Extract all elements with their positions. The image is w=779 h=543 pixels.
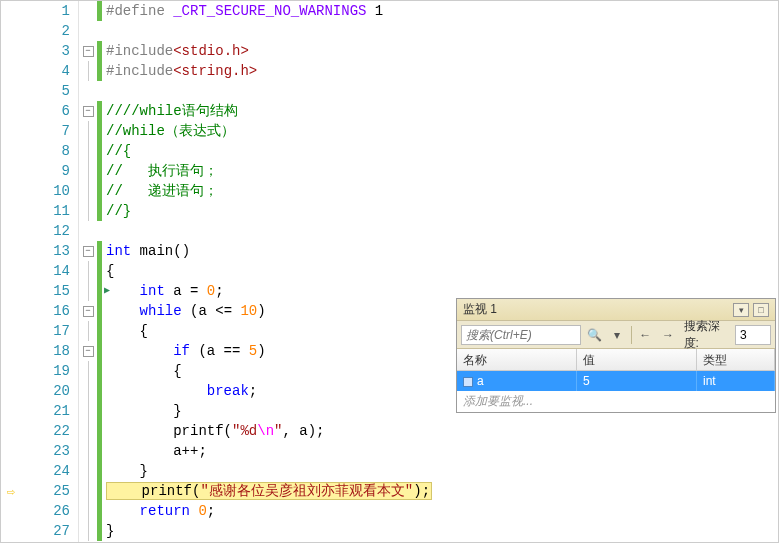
fold-gutter[interactable]: − − − − − (79, 1, 97, 542)
code-token: 0 (207, 283, 215, 299)
code-token: 0 (190, 503, 207, 519)
watch-grid[interactable]: 名称 值 类型 a 5 int 添加要监视... (457, 349, 775, 412)
code-token: #include (106, 43, 173, 59)
nav-back-icon[interactable]: ← (636, 325, 655, 345)
code-token: 5 (249, 343, 257, 359)
code-text-area[interactable]: #define _CRT_SECURE_NO_WARNINGS 1 #inclu… (102, 1, 778, 542)
code-comment: // 执行语句； (106, 163, 218, 179)
fold-toggle-icon[interactable]: − (83, 46, 94, 57)
fold-toggle-icon[interactable]: − (83, 306, 94, 317)
code-token: return (106, 503, 190, 519)
code-token: ; (207, 503, 215, 519)
search-icon[interactable]: 🔍 (585, 325, 604, 345)
code-token: { (106, 363, 182, 379)
depth-label: 搜索深度: (684, 318, 727, 352)
code-token: } (106, 463, 148, 479)
execution-pointer-icon: ⇨ (7, 483, 15, 500)
code-token: main() (131, 243, 190, 259)
code-token: if (106, 343, 190, 359)
col-type[interactable]: 类型 (697, 349, 775, 370)
col-name[interactable]: 名称 (457, 349, 577, 370)
code-token: ; (215, 283, 223, 299)
code-token: "感谢各位吴彦祖刘亦菲观看本文" (200, 483, 413, 499)
nav-forward-icon[interactable]: → (659, 325, 678, 345)
fold-toggle-icon[interactable]: − (83, 106, 94, 117)
code-token: printf( (108, 483, 200, 499)
code-comment: //{ (106, 143, 131, 159)
watch-panel: 监视 1 ▾ □ 🔍 ▾ ← → 搜索深度: 名称 值 类型 a 5 int 添… (456, 298, 776, 413)
fold-toggle-icon[interactable]: − (83, 346, 94, 357)
code-token: } (106, 523, 114, 539)
code-token: ) (257, 303, 265, 319)
code-comment: // 递进语句； (106, 183, 218, 199)
watch-toolbar: 🔍 ▾ ← → 搜索深度: (457, 321, 775, 349)
code-token: (a <= (182, 303, 241, 319)
var-name: a (477, 374, 484, 388)
col-value[interactable]: 值 (577, 349, 697, 370)
code-token: { (106, 323, 148, 339)
depth-input[interactable] (735, 325, 771, 345)
code-token: \n (257, 423, 274, 439)
code-token: _CRT_SECURE_NO_WARNINGS (173, 3, 366, 19)
code-token: printf( (106, 423, 232, 439)
code-comment: ////while语句结构 (106, 103, 238, 119)
code-comment: //} (106, 203, 131, 219)
watch-search-input[interactable] (461, 325, 581, 345)
watch-add-hint[interactable]: 添加要监视... (457, 391, 775, 412)
code-token: <stdio.h> (173, 43, 249, 59)
step-cursor-icon: ▶ (104, 281, 110, 301)
code-token: ); (413, 483, 430, 499)
watch-titlebar[interactable]: 监视 1 ▾ □ (457, 299, 775, 321)
watch-row[interactable]: a 5 int (457, 371, 775, 391)
code-token: <string.h> (173, 63, 257, 79)
code-comment: //while（表达式） (106, 123, 235, 139)
breakpoint-margin[interactable]: ⇨ (1, 1, 21, 542)
line-number-gutter[interactable]: 1234 5678 9101112 13141516 17181920 2122… (21, 1, 79, 542)
code-token: ) (257, 343, 265, 359)
code-editor: ⇨ 1234 5678 9101112 13141516 17181920 21… (0, 0, 779, 543)
fold-toggle-icon[interactable]: − (83, 246, 94, 257)
code-token: a++; (106, 443, 207, 459)
code-token: a = (165, 283, 207, 299)
code-token: } (106, 403, 182, 419)
variable-icon (463, 377, 473, 387)
code-token: 1 (366, 3, 383, 19)
chevron-down-icon[interactable]: ▾ (608, 325, 627, 345)
code-token: "%d (232, 423, 257, 439)
watch-header-row: 名称 值 类型 (457, 349, 775, 371)
code-token: #define (106, 3, 173, 19)
var-type: int (697, 371, 775, 391)
code-token: while (106, 303, 182, 319)
code-token: ; (249, 383, 257, 399)
code-token: break (106, 383, 249, 399)
code-token: , a); (282, 423, 324, 439)
pin-icon[interactable]: □ (753, 303, 769, 317)
code-token: { (106, 263, 114, 279)
code-token: #include (106, 63, 173, 79)
dropdown-icon[interactable]: ▾ (733, 303, 749, 317)
code-token: 10 (240, 303, 257, 319)
watch-title: 监视 1 (463, 301, 733, 318)
var-value: 5 (577, 371, 697, 391)
code-token: int (106, 243, 131, 259)
code-token: int (106, 283, 165, 299)
code-token: (a == (190, 343, 249, 359)
separator (631, 326, 632, 344)
